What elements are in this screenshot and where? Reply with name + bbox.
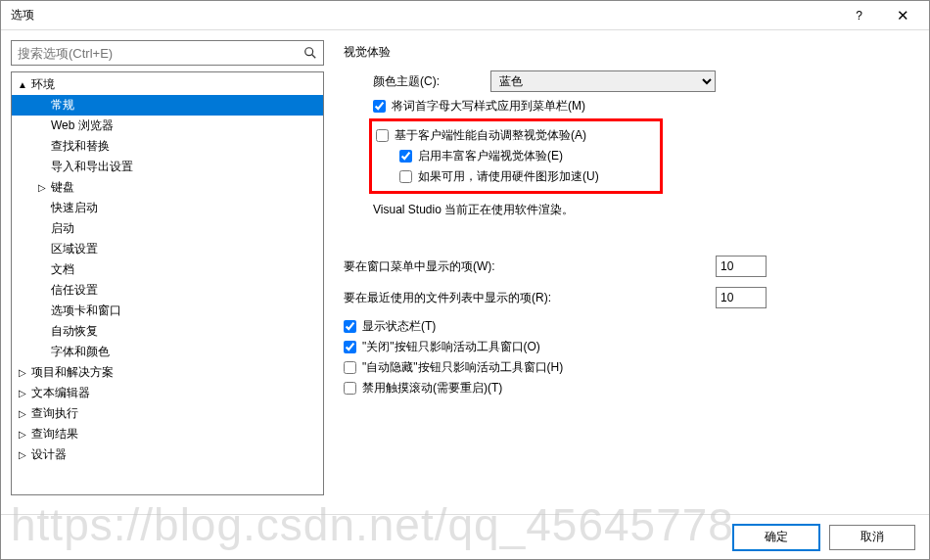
checkbox-close-active[interactable] (344, 341, 356, 353)
tree-item[interactable]: 区域设置 (12, 239, 323, 259)
tree-item-label: 字体和颜色 (49, 344, 110, 360)
tree-item[interactable]: 字体和颜色 (12, 342, 323, 362)
ok-button[interactable]: 确定 (733, 525, 819, 550)
tree-item-label: 快速启动 (49, 200, 98, 216)
render-status-text: Visual Studio 当前正在使用软件渲染。 (373, 202, 911, 218)
dialog-footer: 确定 取消 (1, 514, 929, 559)
cancel-button[interactable]: 取消 (829, 525, 915, 550)
checkbox-statusbar[interactable] (344, 320, 356, 333)
tree-item-label: 查找和替换 (49, 138, 110, 155)
tree-item-label: 自动恢复 (49, 323, 98, 340)
svg-point-0 (305, 48, 313, 56)
window-menu-input[interactable] (716, 256, 767, 277)
tree-item-label: 环境 (29, 76, 55, 93)
tree-item-label: 启动 (49, 220, 74, 237)
checkbox-rich-client[interactable] (399, 150, 412, 163)
recent-files-label: 要在最近使用的文件列表中显示的项(R): (344, 290, 716, 306)
search-box[interactable] (11, 40, 324, 66)
checkbox-hw-accel[interactable] (399, 170, 412, 183)
category-tree[interactable]: ▲环境常规Web 浏览器查找和替换导入和导出设置▷键盘快速启动启动区域设置文档信… (11, 71, 324, 495)
options-dialog: 选项 ? ✕ ▲环境常规Web 浏览器查找和替换导入和导出设置▷键盘快速启动启动… (0, 0, 930, 560)
tree-item-label: 常规 (49, 97, 74, 114)
svg-line-1 (312, 55, 316, 59)
window-title: 选项 (11, 7, 837, 23)
settings-panel: 视觉体验 颜色主题(C): 蓝色 将词首字母大写样式应用到菜单栏(M) 基于客户… (324, 40, 919, 495)
highlighted-group: 基于客户端性能自动调整视觉体验(A) 启用丰富客户端视觉体验(E) 如果可用，请… (369, 118, 663, 194)
tree-item[interactable]: 导入和导出设置 (12, 157, 323, 177)
tree-item[interactable]: ▷查询结果 (12, 424, 323, 444)
tree-arrow-icon: ▷ (16, 449, 29, 460)
tree-item-label: 选项卡和窗口 (49, 303, 121, 319)
tree-item-label: Web 浏览器 (49, 117, 114, 134)
tree-item-label: 文档 (49, 261, 74, 278)
checkbox-title-case[interactable] (373, 100, 386, 113)
label-statusbar: 显示状态栏(T) (362, 318, 436, 335)
tree-item-label: 项目和解决方案 (29, 364, 114, 381)
tree-item[interactable]: 信任设置 (12, 280, 323, 301)
tree-arrow-icon: ▷ (16, 367, 29, 378)
tree-item[interactable]: ▷项目和解决方案 (12, 362, 323, 383)
tree-item-label: 导入和导出设置 (49, 159, 133, 175)
tree-item[interactable]: ▷设计器 (12, 444, 323, 465)
tree-arrow-icon: ▲ (16, 79, 29, 90)
label-title-case: 将词首字母大写样式应用到菜单栏(M) (392, 98, 585, 115)
tree-item-label: 查询执行 (29, 405, 78, 422)
label-hw-accel: 如果可用，请使用硬件图形加速(U) (418, 168, 599, 185)
tree-arrow-icon: ▷ (16, 429, 29, 440)
label-close-active: "关闭"按钮只影响活动工具窗口(O) (362, 339, 540, 355)
checkbox-disable-touch[interactable] (344, 382, 356, 395)
tree-item[interactable]: 快速启动 (12, 198, 323, 218)
tree-item-label: 信任设置 (49, 282, 98, 299)
tree-item-label: 区域设置 (49, 241, 98, 257)
color-theme-label: 颜色主题(C): (373, 73, 490, 90)
checkbox-auto-adjust[interactable] (376, 129, 389, 142)
tree-item-label: 文本编辑器 (29, 385, 90, 401)
tree-item-label: 设计器 (29, 446, 67, 463)
checkbox-autohide-active[interactable] (344, 361, 356, 374)
tree-item[interactable]: 选项卡和窗口 (12, 301, 323, 321)
label-disable-touch: 禁用触摸滚动(需要重启)(T) (362, 380, 502, 397)
tree-item-label: 查询结果 (29, 426, 78, 443)
tree-item[interactable]: 常规 (12, 95, 323, 116)
label-autohide-active: "自动隐藏"按钮只影响活动工具窗口(H) (362, 359, 563, 376)
tree-item-label: 键盘 (49, 179, 74, 196)
titlebar: 选项 ? ✕ (1, 1, 929, 30)
tree-arrow-icon: ▷ (35, 182, 49, 193)
tree-item[interactable]: ▷键盘 (12, 177, 323, 198)
help-button[interactable]: ? (837, 2, 881, 29)
tree-item[interactable]: 查找和替换 (12, 136, 323, 157)
color-theme-select[interactable]: 蓝色 (490, 70, 716, 92)
label-rich-client: 启用丰富客户端视觉体验(E) (418, 148, 563, 164)
tree-arrow-icon: ▷ (16, 388, 29, 398)
group-visual-experience: 视觉体验 (344, 44, 911, 61)
tree-item[interactable]: 启动 (12, 218, 323, 239)
tree-item[interactable]: Web 浏览器 (12, 116, 323, 136)
tree-item[interactable]: ▲环境 (12, 74, 323, 95)
search-input[interactable] (12, 41, 298, 65)
tree-item[interactable]: 自动恢复 (12, 321, 323, 342)
tree-arrow-icon: ▷ (16, 408, 29, 419)
recent-files-input[interactable] (716, 287, 767, 308)
tree-item[interactable]: 文档 (12, 259, 323, 280)
tree-item[interactable]: ▷文本编辑器 (12, 383, 323, 403)
window-menu-label: 要在窗口菜单中显示的项(W): (344, 258, 716, 275)
tree-item[interactable]: ▷查询执行 (12, 403, 323, 424)
label-auto-adjust: 基于客户端性能自动调整视觉体验(A) (395, 127, 586, 144)
close-button[interactable]: ✕ (881, 2, 925, 29)
search-icon[interactable] (298, 41, 323, 65)
